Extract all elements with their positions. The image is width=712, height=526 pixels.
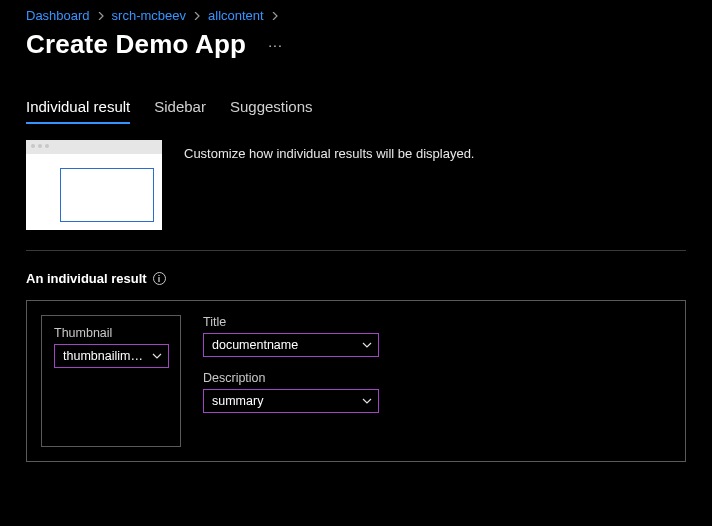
title-select[interactable]: documentname <box>203 333 379 357</box>
chevron-right-icon <box>96 11 106 21</box>
tab-description-row: Customize how individual results will be… <box>26 140 686 230</box>
divider <box>26 250 686 251</box>
section-heading-row: An individual result i <box>26 271 686 286</box>
breadcrumb-item-service[interactable]: srch-mcbeev <box>112 8 186 23</box>
title-field: Title documentname <box>203 315 671 357</box>
chevron-right-icon <box>270 11 280 21</box>
title-label: Title <box>203 315 671 329</box>
thumbnail-box: Thumbnail thumbnailimageurl <box>41 315 181 447</box>
tabs: Individual result Sidebar Suggestions <box>26 94 686 124</box>
tab-individual-result[interactable]: Individual result <box>26 94 130 123</box>
breadcrumb: Dashboard srch-mcbeev allcontent <box>26 8 686 23</box>
description-select[interactable]: summary <box>203 389 379 413</box>
preview-result-rect <box>60 168 154 222</box>
section-heading: An individual result <box>26 271 147 286</box>
description-field: Description summary <box>203 371 671 413</box>
preview-thumbnail <box>26 140 162 230</box>
individual-result-card: Thumbnail thumbnailimageurl Title docume… <box>26 300 686 462</box>
tab-sidebar[interactable]: Sidebar <box>154 94 206 123</box>
more-actions-button[interactable]: ··· <box>262 35 289 55</box>
title-row: Create Demo App ··· <box>26 29 686 60</box>
description-select-value: summary <box>212 394 358 408</box>
chevron-down-icon <box>152 351 162 361</box>
title-select-value: documentname <box>212 338 358 352</box>
chevron-down-icon <box>362 340 372 350</box>
window-dots-icon <box>26 140 162 152</box>
chevron-down-icon <box>362 396 372 406</box>
breadcrumb-item-index[interactable]: allcontent <box>208 8 264 23</box>
thumbnail-label: Thumbnail <box>54 326 168 340</box>
description-label: Description <box>203 371 671 385</box>
page-title: Create Demo App <box>26 29 246 60</box>
fields-column: Title documentname Description summary <box>203 315 671 447</box>
chevron-right-icon <box>192 11 202 21</box>
thumbnail-select-value: thumbnailimageurl <box>63 349 148 363</box>
tab-description: Customize how individual results will be… <box>184 140 474 161</box>
breadcrumb-item-dashboard[interactable]: Dashboard <box>26 8 90 23</box>
info-icon[interactable]: i <box>153 272 166 285</box>
tab-suggestions[interactable]: Suggestions <box>230 94 313 123</box>
thumbnail-select[interactable]: thumbnailimageurl <box>54 344 169 368</box>
